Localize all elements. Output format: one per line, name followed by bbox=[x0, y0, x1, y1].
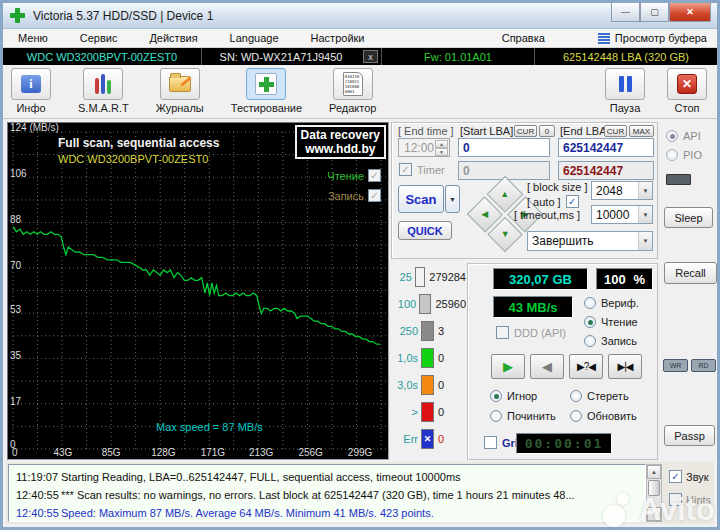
testing-button[interactable]: Тестирование bbox=[231, 68, 302, 114]
hints-toggle[interactable]: Hints bbox=[669, 493, 712, 506]
erase-radio[interactable] bbox=[570, 390, 582, 402]
passp-button[interactable]: Passp bbox=[664, 425, 715, 446]
recall-button[interactable]: Recall bbox=[664, 262, 717, 284]
menu-help[interactable]: Справка bbox=[497, 32, 550, 44]
api-radio[interactable] bbox=[666, 130, 678, 142]
scan-dropdown-icon[interactable]: ▼ bbox=[445, 185, 460, 213]
editor-button[interactable]: 010110 110011 101000 0001 Редактор bbox=[329, 68, 376, 114]
pad-down-icon[interactable]: ▼ bbox=[501, 229, 510, 239]
error-x-icon: ✕ bbox=[421, 429, 434, 449]
end-max-button[interactable]: MAX bbox=[629, 125, 654, 137]
ddd-toggle[interactable]: DDD (API) bbox=[496, 326, 566, 339]
finish-action-select[interactable]: Завершить ▼ bbox=[527, 231, 653, 251]
timer-toggle[interactable]: ✓ Timer bbox=[399, 163, 445, 176]
timeout-label: [ timeout,ms ] bbox=[514, 209, 580, 221]
quick-button[interactable]: QUICK bbox=[398, 221, 452, 240]
ignore-option[interactable]: Игнор bbox=[490, 390, 537, 402]
play-forward-button[interactable]: ▶ bbox=[491, 354, 525, 379]
write-radio[interactable] bbox=[584, 335, 596, 347]
watermark-line1: Data recovery bbox=[301, 128, 380, 142]
timer-checkbox[interactable]: ✓ bbox=[399, 163, 412, 176]
sleep-button[interactable]: Sleep bbox=[664, 207, 713, 228]
sound-toggle[interactable]: ✓ Звук bbox=[669, 470, 712, 483]
scan-button[interactable]: Scan bbox=[398, 185, 444, 213]
read-overlay-toggle[interactable]: Чтение ✓ bbox=[327, 169, 381, 182]
stop-button[interactable]: ✕ Стоп bbox=[667, 68, 707, 114]
auto-checkbox[interactable]: ✓ bbox=[566, 195, 579, 208]
playback-controls: ▶ ◀ ▶?◀ ▶|◀ bbox=[491, 354, 642, 379]
counter-row: 250 3 bbox=[391, 317, 466, 344]
dropdown-arrow-icon[interactable]: ▼ bbox=[638, 206, 652, 223]
erase-option[interactable]: Стереть bbox=[570, 390, 629, 402]
menu-main[interactable]: Меню bbox=[13, 32, 53, 44]
verify-radio[interactable] bbox=[584, 297, 596, 309]
hints-checkbox[interactable] bbox=[669, 493, 682, 506]
ignore-radio[interactable] bbox=[490, 390, 502, 402]
start-lba-input[interactable]: 0 bbox=[458, 138, 550, 157]
pad-up-icon[interactable]: ▲ bbox=[501, 189, 510, 199]
write-checkbox[interactable]: ✓ bbox=[368, 189, 381, 202]
pad-left-icon[interactable]: ◀ bbox=[481, 209, 488, 219]
remap-radio[interactable] bbox=[490, 410, 502, 422]
end-cur-button[interactable]: CUR bbox=[604, 125, 627, 137]
maximize-button[interactable]: ▢ bbox=[640, 3, 669, 22]
menu-settings[interactable]: Настройки bbox=[306, 32, 370, 44]
seek-end-button[interactable]: ▶|◀ bbox=[608, 354, 642, 379]
start-zero-button[interactable]: 0 bbox=[539, 125, 555, 137]
counter-value: 3 bbox=[438, 325, 444, 337]
buffer-view-button[interactable]: Просмотр буфера bbox=[598, 32, 707, 44]
write-overlay-toggle[interactable]: Запись ✓ bbox=[328, 189, 381, 202]
pio-label: PIO bbox=[683, 149, 702, 161]
write-mode-option[interactable]: Запись bbox=[584, 335, 637, 347]
step-back-button[interactable]: ◀ bbox=[530, 354, 564, 379]
x-axis-label: 299G bbox=[348, 447, 372, 458]
log-scrollbar[interactable]: ▲ ▼ bbox=[646, 464, 662, 522]
y-axis-label: 35 bbox=[10, 350, 21, 361]
scroll-down-icon[interactable]: ▼ bbox=[647, 507, 661, 521]
start-cur-button[interactable]: CUR bbox=[514, 125, 537, 137]
scroll-thumb[interactable] bbox=[648, 480, 660, 496]
read-radio[interactable] bbox=[584, 316, 596, 328]
spinner-arrows-icon[interactable]: ▲▼ bbox=[435, 140, 448, 155]
minimize-button[interactable]: — bbox=[611, 3, 640, 22]
menu-language[interactable]: Language bbox=[225, 32, 284, 44]
read-checkbox[interactable]: ✓ bbox=[368, 169, 381, 182]
end-lba-input[interactable]: 625142447 bbox=[558, 138, 654, 157]
refresh-option[interactable]: Обновить bbox=[570, 410, 637, 422]
scroll-up-icon[interactable]: ▲ bbox=[647, 465, 661, 479]
menu-actions[interactable]: Действия bbox=[144, 32, 202, 44]
close-button[interactable]: ✕ bbox=[669, 3, 711, 22]
info-button[interactable]: i Инфо bbox=[11, 68, 51, 114]
remap-label: Починить bbox=[507, 410, 556, 422]
wr-button[interactable]: WR bbox=[663, 359, 688, 372]
read-mode-label: Чтение bbox=[601, 316, 638, 328]
refresh-radio[interactable] bbox=[570, 410, 582, 422]
end-time-spinner[interactable]: 12:00 ▲▼ bbox=[398, 138, 450, 157]
menu-service[interactable]: Сервис bbox=[75, 32, 123, 44]
dropdown-arrow-icon[interactable]: ▼ bbox=[638, 232, 652, 250]
api-option[interactable]: API bbox=[666, 130, 701, 142]
counter-row: 1,0s 0 bbox=[391, 344, 466, 371]
seek-defect-button[interactable]: ▶?◀ bbox=[569, 354, 603, 379]
log-message: *** Scan results: no warnings, no errors… bbox=[61, 486, 575, 504]
block-size-select[interactable]: 2048 ▼ bbox=[591, 181, 653, 200]
auto-toggle[interactable]: [ auto ] ✓ bbox=[527, 195, 579, 208]
dropdown-arrow-icon[interactable]: ▼ bbox=[638, 182, 652, 199]
journals-button[interactable]: Журналы bbox=[156, 68, 204, 114]
pio-option[interactable]: PIO bbox=[666, 149, 702, 161]
timer-label: Timer bbox=[417, 164, 445, 176]
remap-option[interactable]: Починить bbox=[490, 410, 556, 422]
read-mode-option[interactable]: Чтение bbox=[584, 316, 638, 328]
end-time-value: 12:00 bbox=[404, 141, 434, 155]
grid-checkbox[interactable] bbox=[484, 436, 497, 449]
smart-button[interactable]: S.M.A.R.T bbox=[78, 68, 129, 114]
rd-button[interactable]: RD bbox=[691, 359, 716, 372]
verify-mode-option[interactable]: Вериф. bbox=[584, 297, 639, 309]
serial-hide-button[interactable]: x bbox=[363, 50, 378, 63]
pio-radio[interactable] bbox=[666, 149, 678, 161]
timeout-select[interactable]: 10000 ▼ bbox=[591, 205, 653, 224]
pause-button[interactable]: Пауза bbox=[605, 68, 645, 114]
sound-checkbox[interactable]: ✓ bbox=[669, 470, 682, 483]
editor-label: Редактор bbox=[329, 102, 376, 114]
ddd-checkbox[interactable] bbox=[496, 326, 509, 339]
